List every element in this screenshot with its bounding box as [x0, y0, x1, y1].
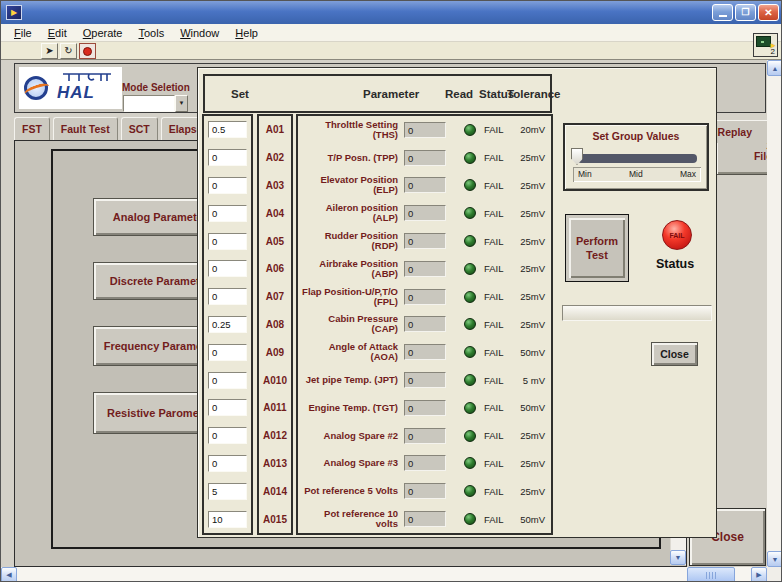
- group-slider-track[interactable]: [577, 154, 697, 163]
- set-input-a011[interactable]: 0: [208, 399, 247, 416]
- menu-item-edit[interactable]: Edit: [40, 26, 75, 40]
- perform-test-button[interactable]: Perform Test: [565, 214, 629, 282]
- param-row-a02: T/P Posn. (TPP)0FAIL25mV: [298, 144, 551, 172]
- mode-selection-combo[interactable]: [123, 95, 175, 112]
- tolerance-text-a015: 50mV: [505, 514, 545, 525]
- tolerance-text-a01: 20mV: [505, 124, 545, 135]
- mode-combo-arrow-icon[interactable]: ▼: [175, 95, 188, 112]
- tab-fst[interactable]: FST: [14, 117, 50, 140]
- vertical-scrollbar[interactable]: ▲ ▼: [767, 60, 782, 567]
- mode-selection-label: Mode Seletion: [122, 82, 195, 94]
- param-label-a07: Flap Position-U/P,T/O (FPL): [302, 287, 398, 307]
- param-id-a06: A06: [259, 255, 291, 283]
- tab-sct[interactable]: SCT: [121, 117, 158, 140]
- inner-scroll-down-button[interactable]: ▼: [670, 550, 686, 565]
- set-cell-a014: 5: [204, 477, 251, 505]
- set-cell-a02: 0: [204, 144, 251, 172]
- param-label-a05: Rudder Position (RDP): [302, 231, 398, 251]
- status-text-a05: FAIL: [484, 236, 504, 247]
- set-input-a010[interactable]: 0: [208, 372, 247, 389]
- status-text-a013: FAIL: [484, 458, 504, 469]
- abort-button[interactable]: [79, 43, 96, 59]
- read-field-a06: 0: [404, 261, 446, 277]
- param-label-a012: Analog Spare #2: [302, 431, 398, 441]
- set-cell-a01: 0.5: [204, 116, 251, 144]
- param-label-a08: Cabin Pressure (CAP): [302, 314, 398, 334]
- perform-test-label: Perform Test: [569, 218, 625, 278]
- set-cell-a09: 0: [204, 338, 251, 366]
- horizontal-scrollbar[interactable]: ◀ ▶: [1, 567, 767, 582]
- status-led-a03: [464, 179, 476, 191]
- param-row-a03: Elevator Position (ELP)0FAIL25mV: [298, 172, 551, 200]
- read-field-a08: 0: [404, 316, 446, 332]
- set-input-a04[interactable]: 0: [208, 205, 247, 222]
- status-led-a09: [464, 346, 476, 358]
- hscroll-thumb[interactable]: [687, 567, 735, 582]
- param-id-a013: A013: [259, 450, 291, 478]
- slider-tick-labels: MinMidMax: [573, 167, 701, 182]
- status-text-a09: FAIL: [484, 347, 504, 358]
- set-cell-a06: 0: [204, 255, 251, 283]
- read-field-a014: 0: [404, 483, 446, 499]
- param-row-a05: Rudder Position (RDP)0FAIL25mV: [298, 227, 551, 255]
- param-id-a012: A012: [259, 422, 291, 450]
- param-row-a06: Airbrake Position (ABP)0FAIL25mV: [298, 255, 551, 283]
- read-field-a04: 0: [404, 205, 446, 221]
- status-text-a012: FAIL: [484, 430, 504, 441]
- titlebar: ▶ ❐ ✕: [1, 1, 782, 24]
- tab-fault-test[interactable]: Fault Test: [53, 117, 118, 140]
- set-cell-a04: 0: [204, 199, 251, 227]
- set-input-a05[interactable]: 0: [208, 233, 247, 250]
- scroll-left-button[interactable]: ◀: [1, 567, 17, 582]
- set-input-a02[interactable]: 0: [208, 149, 247, 166]
- set-input-a013[interactable]: 0: [208, 455, 247, 472]
- param-id-a03: A03: [259, 172, 291, 200]
- set-input-a07[interactable]: 0: [208, 288, 247, 305]
- scrollbar-corner: [767, 567, 782, 582]
- set-input-a012[interactable]: 0: [208, 427, 247, 444]
- scroll-up-button[interactable]: ▲: [767, 60, 782, 76]
- abort-icon: [83, 47, 92, 56]
- set-cell-a07: 0: [204, 283, 251, 311]
- param-id-a010: A010: [259, 366, 291, 394]
- set-input-a09[interactable]: 0: [208, 344, 247, 361]
- set-input-a08[interactable]: 0.25: [208, 316, 247, 333]
- set-input-a014[interactable]: 5: [208, 483, 247, 500]
- menu-item-tools[interactable]: Tools: [130, 26, 172, 40]
- set-input-a03[interactable]: 0: [208, 177, 247, 194]
- run-continuous-button[interactable]: ↻: [60, 43, 77, 59]
- set-cell-a011: 0: [204, 394, 251, 422]
- status-led-a012: [464, 430, 476, 442]
- tolerance-text-a05: 25mV: [505, 236, 545, 247]
- param-label-a015: Pot reference 10 volts: [302, 509, 398, 529]
- menu-item-window[interactable]: Window: [172, 26, 227, 40]
- status-led-a02: [464, 152, 476, 164]
- set-cell-a03: 0: [204, 172, 251, 200]
- param-row-a09: Angle of Attack (AOA)0FAIL50mV: [298, 338, 551, 366]
- tolerance-text-a012: 25mV: [505, 430, 545, 441]
- set-cell-a013: 0: [204, 450, 251, 478]
- set-input-a06[interactable]: 0: [208, 260, 247, 277]
- restore-button[interactable]: ❐: [735, 4, 756, 21]
- set-input-a01[interactable]: 0.5: [208, 121, 247, 138]
- read-field-a01: 0: [404, 122, 446, 138]
- param-row-a015: Pot reference 10 volts0FAIL50mV: [298, 505, 551, 533]
- close-window-button[interactable]: ✕: [758, 4, 779, 21]
- tolerance-text-a04: 25mV: [505, 208, 545, 219]
- set-input-a015[interactable]: 10: [208, 511, 247, 528]
- minimize-button[interactable]: [712, 4, 733, 21]
- param-row-a012: Analog Spare #20FAIL25mV: [298, 422, 551, 450]
- scroll-right-button[interactable]: ▶: [751, 567, 767, 582]
- tray-badge: 2: [771, 47, 775, 56]
- menu-item-operate[interactable]: Operate: [75, 26, 131, 40]
- status-led-a04: [464, 207, 476, 219]
- run-button[interactable]: ➤: [41, 43, 58, 59]
- dialog-close-button[interactable]: Close: [651, 342, 698, 366]
- read-field-a013: 0: [404, 455, 446, 471]
- menu-item-help[interactable]: Help: [227, 26, 266, 40]
- status-text-a04: FAIL: [484, 208, 504, 219]
- scroll-down-button[interactable]: ▼: [767, 551, 782, 567]
- tab-row: FSTFault TestSCTElapsed: [14, 117, 217, 140]
- menu-item-file[interactable]: File: [6, 26, 40, 40]
- col-header-set: Set: [231, 88, 249, 100]
